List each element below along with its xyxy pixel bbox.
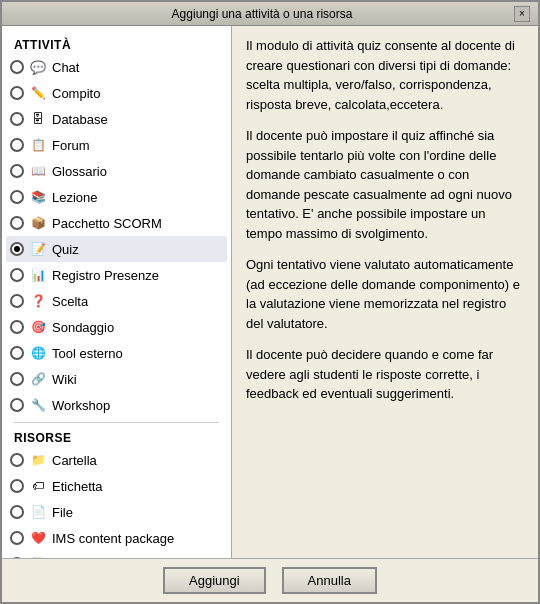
activity-item-workshop[interactable]: Workshop — [6, 392, 227, 418]
close-button[interactable]: × — [514, 6, 530, 22]
resource-item-etichetta[interactable]: Etichetta — [6, 473, 227, 499]
divider — [14, 422, 219, 423]
description-paragraph-3: Il docente può decidere quando e come fa… — [246, 345, 524, 404]
activity-item-chat[interactable]: Chat — [6, 54, 227, 80]
activity-label-quiz: Quiz — [52, 242, 79, 257]
radio-registro[interactable] — [10, 268, 24, 282]
radio-etichetta[interactable] — [10, 479, 24, 493]
activity-label-sondaggio: Sondaggio — [52, 320, 114, 335]
radio-wiki[interactable] — [10, 372, 24, 386]
activity-label-tool: Tool esterno — [52, 346, 123, 361]
activity-label-forum: Forum — [52, 138, 90, 153]
activity-label-lezione: Lezione — [52, 190, 98, 205]
scorm-icon — [28, 213, 48, 233]
activity-label-compito: Compito — [52, 86, 100, 101]
lezione-icon — [28, 187, 48, 207]
radio-workshop[interactable] — [10, 398, 24, 412]
activity-item-quiz[interactable]: Quiz — [6, 236, 227, 262]
radio-glossario[interactable] — [10, 164, 24, 178]
content-area: ATTIVITÀ ChatCompitoDatabaseForumGlossar… — [2, 26, 538, 558]
activities-list: ChatCompitoDatabaseForumGlossarioLezione… — [6, 54, 227, 418]
forum-icon — [28, 135, 48, 155]
activity-label-scelta: Scelta — [52, 294, 88, 309]
radio-file[interactable] — [10, 505, 24, 519]
description-text: Il modulo di attività quiz consente al d… — [246, 36, 524, 404]
resource-item-cartella[interactable]: Cartella — [6, 447, 227, 473]
right-panel-container: Il modulo di attività quiz consente al d… — [232, 26, 538, 558]
chat-icon — [28, 57, 48, 77]
tool-icon — [28, 343, 48, 363]
ims-icon — [28, 528, 48, 548]
activity-item-scelta[interactable]: Scelta — [6, 288, 227, 314]
resources-header: RISORSE — [6, 427, 227, 447]
radio-chat[interactable] — [10, 60, 24, 74]
sondaggio-icon — [28, 317, 48, 337]
resource-label-etichetta: Etichetta — [52, 479, 103, 494]
glossario-icon — [28, 161, 48, 181]
activity-label-scorm: Pacchetto SCORM — [52, 216, 162, 231]
etichetta-icon — [28, 476, 48, 496]
left-panel: ATTIVITÀ ChatCompitoDatabaseForumGlossar… — [2, 26, 232, 558]
radio-scorm[interactable] — [10, 216, 24, 230]
radio-database[interactable] — [10, 112, 24, 126]
activity-item-lezione[interactable]: Lezione — [6, 184, 227, 210]
activity-label-database: Database — [52, 112, 108, 127]
activity-item-glossario[interactable]: Glossario — [6, 158, 227, 184]
dialog-title: Aggiungi una attività o una risorsa — [10, 7, 514, 21]
resource-item-ims[interactable]: IMS content package — [6, 525, 227, 551]
file-icon — [28, 502, 48, 522]
cancel-button[interactable]: Annulla — [282, 567, 377, 594]
wiki-icon — [28, 369, 48, 389]
radio-forum[interactable] — [10, 138, 24, 152]
registro-icon — [28, 265, 48, 285]
activity-label-workshop: Workshop — [52, 398, 110, 413]
activity-item-sondaggio[interactable]: Sondaggio — [6, 314, 227, 340]
compito-icon — [28, 83, 48, 103]
resource-item-libro[interactable]: Libro — [6, 551, 227, 558]
activity-label-wiki: Wiki — [52, 372, 77, 387]
resource-label-ims: IMS content package — [52, 531, 174, 546]
description-paragraph-2: Ogni tentativo viene valutato automatica… — [246, 255, 524, 333]
radio-compito[interactable] — [10, 86, 24, 100]
radio-lezione[interactable] — [10, 190, 24, 204]
radio-tool[interactable] — [10, 346, 24, 360]
radio-cartella[interactable] — [10, 453, 24, 467]
radio-sondaggio[interactable] — [10, 320, 24, 334]
description-paragraph-0: Il modulo di attività quiz consente al d… — [246, 36, 524, 114]
workshop-icon — [28, 395, 48, 415]
activity-label-chat: Chat — [52, 60, 79, 75]
resource-label-cartella: Cartella — [52, 453, 97, 468]
resource-item-file[interactable]: File — [6, 499, 227, 525]
quiz-icon — [28, 239, 48, 259]
resource-label-file: File — [52, 505, 73, 520]
radio-scelta[interactable] — [10, 294, 24, 308]
main-dialog: Aggiungi una attività o una risorsa × AT… — [0, 0, 540, 604]
activity-item-compito[interactable]: Compito — [6, 80, 227, 106]
right-panel: Il modulo di attività quiz consente al d… — [232, 26, 538, 558]
resources-list: CartellaEtichettaFileIMS content package… — [6, 447, 227, 558]
activity-item-database[interactable]: Database — [6, 106, 227, 132]
radio-ims[interactable] — [10, 531, 24, 545]
radio-quiz[interactable] — [10, 242, 24, 256]
activity-label-registro: Registro Presenze — [52, 268, 159, 283]
database-icon — [28, 109, 48, 129]
activity-label-glossario: Glossario — [52, 164, 107, 179]
activity-item-registro[interactable]: Registro Presenze — [6, 262, 227, 288]
add-button[interactable]: Aggiungi — [163, 567, 266, 594]
activities-header: ATTIVITÀ — [6, 34, 227, 54]
activity-item-wiki[interactable]: Wiki — [6, 366, 227, 392]
activity-item-scorm[interactable]: Pacchetto SCORM — [6, 210, 227, 236]
scelta-icon — [28, 291, 48, 311]
activity-item-forum[interactable]: Forum — [6, 132, 227, 158]
footer: Aggiungi Annulla — [2, 558, 538, 602]
description-paragraph-1: Il docente può impostare il quiz affinch… — [246, 126, 524, 243]
cartella-icon — [28, 450, 48, 470]
title-bar: Aggiungi una attività o una risorsa × — [2, 2, 538, 26]
activity-item-tool[interactable]: Tool esterno — [6, 340, 227, 366]
